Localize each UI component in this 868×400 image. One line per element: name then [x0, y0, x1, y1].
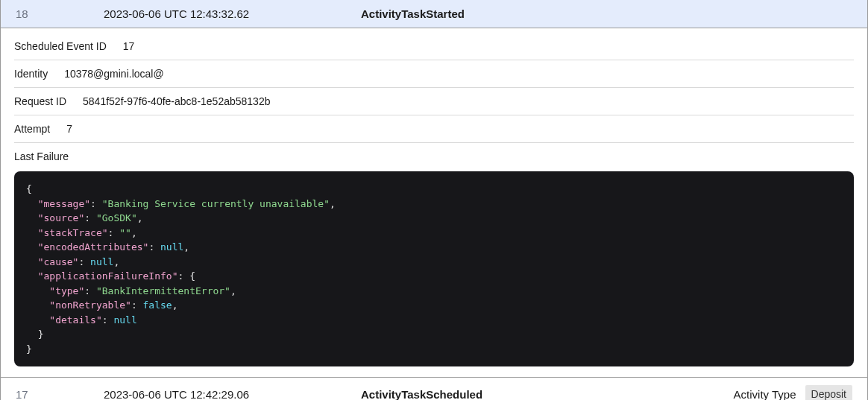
detail-value: 5841f52f-97f6-40fe-abc8-1e52ab58132b	[83, 95, 270, 107]
detail-label: Request ID	[14, 95, 66, 107]
detail-label: Scheduled Event ID	[14, 40, 107, 52]
detail-label: Last Failure	[14, 150, 69, 162]
event-row-scheduled[interactable]: 17 2023-06-06 UTC 12:42:29.06 ActivityTa…	[1, 377, 867, 400]
event-row-started[interactable]: 18 2023-06-06 UTC 12:43:32.62 ActivityTa…	[1, 0, 867, 28]
event-timestamp: 2023-06-06 UTC 12:42:29.06	[104, 388, 361, 401]
detail-scheduled-event-id: Scheduled Event ID 17	[14, 33, 854, 60]
detail-value: 7	[66, 123, 72, 135]
event-name: ActivityTaskStarted	[361, 7, 852, 20]
failure-json[interactable]: { "message": "Banking Service currently …	[14, 171, 854, 366]
detail-request-id: Request ID 5841f52f-97f6-40fe-abc8-1e52a…	[14, 88, 854, 115]
event-id: 18	[16, 7, 104, 20]
activity-type-badge: Deposit	[805, 385, 852, 400]
event-details: Scheduled Event ID 17 Identity 10378@gmi…	[1, 28, 867, 377]
detail-attempt: Attempt 7	[14, 115, 854, 143]
detail-value: 17	[123, 40, 135, 52]
detail-value: 10378@gmini.local@	[64, 68, 164, 80]
detail-label: Attempt	[14, 123, 50, 135]
event-name: ActivityTaskScheduled	[361, 388, 734, 401]
activity-type-label: Activity Type	[734, 388, 796, 401]
detail-identity: Identity 10378@gmini.local@	[14, 60, 854, 88]
detail-last-failure: Last Failure	[14, 143, 854, 170]
detail-label: Identity	[14, 68, 48, 80]
event-id: 17	[16, 388, 104, 401]
event-timestamp: 2023-06-06 UTC 12:43:32.62	[104, 7, 361, 20]
